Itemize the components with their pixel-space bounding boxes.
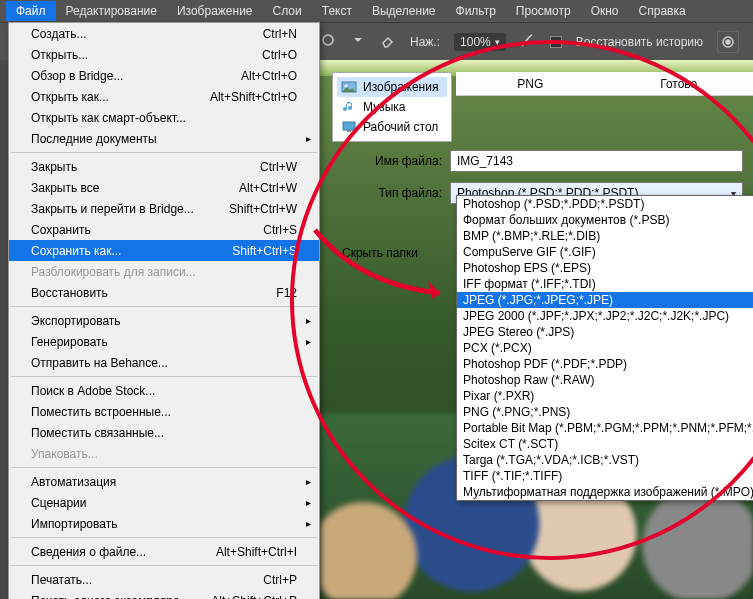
menu-item[interactable]: Открыть...Ctrl+O <box>9 44 319 65</box>
filetype-option[interactable]: Portable Bit Map (*.PBM;*.PGM;*.PPM;*.PN… <box>457 420 753 436</box>
filetype-option[interactable]: PNG (*.PNG;*.PNS) <box>457 404 753 420</box>
menubar-item-изображение[interactable]: Изображение <box>167 1 263 21</box>
filetype-option[interactable]: Scitex CT (*.SCT) <box>457 436 753 452</box>
menu-separator <box>11 152 317 153</box>
sidebar-item[interactable]: Изображения <box>337 77 447 97</box>
menu-item-label: Сохранить как... <box>31 244 121 258</box>
menu-item-label: Поместить связанные... <box>31 426 164 440</box>
menu-item[interactable]: Поместить встроенные... <box>9 401 319 422</box>
menubar-item-фильтр[interactable]: Фильтр <box>446 1 506 21</box>
sidebar-item[interactable]: Рабочий стол <box>337 117 447 137</box>
menu-item[interactable]: Генерировать <box>9 331 319 352</box>
filetype-option[interactable]: Photoshop PDF (*.PDF;*.PDP) <box>457 356 753 372</box>
menu-item[interactable]: Печатать...Ctrl+P <box>9 569 319 590</box>
menu-item-shortcut: Ctrl+P <box>263 573 297 587</box>
filetype-option[interactable]: BMP (*.BMP;*.RLE;*.DIB) <box>457 228 753 244</box>
dropdown-icon[interactable] <box>350 32 366 51</box>
menubar-item-слои[interactable]: Слои <box>263 1 312 21</box>
menu-item[interactable]: Экспортировать <box>9 310 319 331</box>
svg-rect-6 <box>347 130 351 132</box>
filetype-option[interactable]: JPEG Stereo (*.JPS) <box>457 324 753 340</box>
eraser-icon[interactable] <box>380 32 396 51</box>
menu-item: Разблокировать для записи... <box>9 261 319 282</box>
brush-icon <box>320 32 336 51</box>
sidebar-item[interactable]: Музыка <box>337 97 447 117</box>
menu-item[interactable]: Сценарии <box>9 492 319 513</box>
filetype-option[interactable]: Мультиформатная поддержка изображений (*… <box>457 484 753 500</box>
filetype-option[interactable]: JPEG 2000 (*.JPF;*.JPX;*.JP2;*.J2C;*.J2K… <box>457 308 753 324</box>
menubar-item-текст[interactable]: Текст <box>312 1 362 21</box>
filetype-option[interactable]: CompuServe GIF (*.GIF) <box>457 244 753 260</box>
menu-item-label: Печать одного экземпляра <box>31 594 180 600</box>
menu-item-label: Поместить встроенные... <box>31 405 171 419</box>
menu-item-shortcut: Alt+Shift+Ctrl+O <box>210 90 297 104</box>
menu-item[interactable]: Последние документы <box>9 128 319 149</box>
menu-item[interactable]: ЗакрытьCtrl+W <box>9 156 319 177</box>
filetype-option[interactable]: Формат больших документов (*.PSB) <box>457 212 753 228</box>
menubar-item-редактирование[interactable]: Редактирование <box>56 1 167 21</box>
menu-separator <box>11 376 317 377</box>
menu-item[interactable]: Открыть как...Alt+Shift+Ctrl+O <box>9 86 319 107</box>
menu-item-shortcut: Alt+Shift+Ctrl+I <box>216 545 297 559</box>
file-list-header: PNG Готово <box>456 72 753 96</box>
menubar-item-файл[interactable]: Файл <box>6 1 56 21</box>
menu-item-label: Последние документы <box>31 132 157 146</box>
filetype-option[interactable]: Pixar (*.PXR) <box>457 388 753 404</box>
filetype-option[interactable]: JPEG (*.JPG;*.JPEG;*.JPE) <box>457 292 753 308</box>
menu-item-label: Разблокировать для записи... <box>31 265 196 279</box>
menu-item[interactable]: Поиск в Adobe Stock... <box>9 380 319 401</box>
restore-history-checkbox[interactable] <box>550 36 562 48</box>
pressure-value[interactable]: 100%▾ <box>454 33 506 51</box>
menu-item[interactable]: Создать...Ctrl+N <box>9 23 319 44</box>
menu-item-shortcut: Ctrl+N <box>263 27 297 41</box>
menu-item[interactable]: Печать одного экземпляраAlt+Shift+Ctrl+P <box>9 590 319 599</box>
menu-item-label: Закрыть все <box>31 181 99 195</box>
filetype-option[interactable]: PCX (*.PCX) <box>457 340 753 356</box>
header-col-type: PNG <box>456 77 605 91</box>
menu-item-label: Закрыть и перейти в Bridge... <box>31 202 194 216</box>
menubar-item-выделение[interactable]: Выделение <box>362 1 446 21</box>
menu-item[interactable]: Импортировать <box>9 513 319 534</box>
menu-item-label: Открыть как... <box>31 90 109 104</box>
menu-item[interactable]: СохранитьCtrl+S <box>9 219 319 240</box>
menu-item-label: Упаковать... <box>31 447 98 461</box>
save-dialog-sidebar: ИзображенияМузыкаРабочий стол <box>332 72 452 142</box>
svg-rect-5 <box>343 122 355 130</box>
filetype-option[interactable]: IFF формат (*.IFF;*.TDI) <box>457 276 753 292</box>
menu-item-label: Сценарии <box>31 496 86 510</box>
pressure-pen-icon[interactable] <box>520 32 536 51</box>
menu-item[interactable]: Отправить на Behance... <box>9 352 319 373</box>
menu-item[interactable]: Сведения о файле...Alt+Shift+Ctrl+I <box>9 541 319 562</box>
menu-item[interactable]: Поместить связанные... <box>9 422 319 443</box>
filename-input[interactable] <box>450 150 743 172</box>
menu-separator <box>11 537 317 538</box>
menu-item-shortcut: Ctrl+W <box>260 160 297 174</box>
menu-item-shortcut: Alt+Ctrl+W <box>239 181 297 195</box>
menu-item[interactable]: Закрыть всеAlt+Ctrl+W <box>9 177 319 198</box>
menu-item[interactable]: Закрыть и перейти в Bridge...Shift+Ctrl+… <box>9 198 319 219</box>
menu-item[interactable]: Открыть как смарт-объект... <box>9 107 319 128</box>
menu-item: Упаковать... <box>9 443 319 464</box>
filetype-option[interactable]: Photoshop (*.PSD;*.PDD;*.PSDT) <box>457 196 753 212</box>
menu-item[interactable]: Обзор в Bridge...Alt+Ctrl+O <box>9 65 319 86</box>
filetype-dropdown[interactable]: Photoshop (*.PSD;*.PDD;*.PSDT)Формат бол… <box>456 195 753 501</box>
menu-item-shortcut: Ctrl+S <box>263 223 297 237</box>
filetype-option[interactable]: Photoshop EPS (*.EPS) <box>457 260 753 276</box>
menubar-item-окно[interactable]: Окно <box>581 1 629 21</box>
filetype-option[interactable]: Photoshop Raw (*.RAW) <box>457 372 753 388</box>
menubar-item-справка[interactable]: Справка <box>629 1 696 21</box>
file-menu: Создать...Ctrl+NОткрыть...Ctrl+OОбзор в … <box>8 22 320 599</box>
menu-item[interactable]: ВосстановитьF12 <box>9 282 319 303</box>
menu-item-shortcut: Shift+Ctrl+W <box>229 202 297 216</box>
menu-item-label: Автоматизация <box>31 475 116 489</box>
swatch-icon[interactable] <box>717 31 739 53</box>
filetype-option[interactable]: Targa (*.TGA;*.VDA;*.ICB;*.VST) <box>457 452 753 468</box>
svg-point-2 <box>726 40 730 44</box>
menu-item-label: Сохранить <box>31 223 91 237</box>
filetype-option[interactable]: TIFF (*.TIF;*.TIFF) <box>457 468 753 484</box>
menu-item-shortcut: Shift+Ctrl+S <box>232 244 297 258</box>
app-menubar: ФайлРедактированиеИзображениеСлоиТекстВы… <box>0 0 753 22</box>
menu-item[interactable]: Автоматизация <box>9 471 319 492</box>
menubar-item-просмотр[interactable]: Просмотр <box>506 1 581 21</box>
menu-item[interactable]: Сохранить как...Shift+Ctrl+S <box>9 240 319 261</box>
